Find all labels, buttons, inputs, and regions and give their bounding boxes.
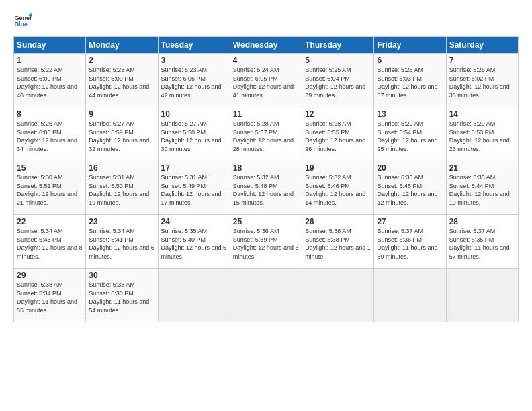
table-row: 26Sunrise: 5:36 AMSunset: 5:38 PMDayligh… (302, 215, 374, 269)
day-info: Sunrise: 5:23 AMSunset: 6:09 PMDaylight:… (89, 66, 154, 99)
day-number: 14 (449, 109, 515, 119)
day-info: Sunrise: 5:22 AMSunset: 6:09 PMDaylight:… (17, 66, 83, 99)
table-row: 6Sunrise: 5:25 AMSunset: 6:03 PMDaylight… (374, 54, 446, 107)
table-row: 22Sunrise: 5:34 AMSunset: 5:43 PMDayligh… (14, 215, 86, 269)
table-row (374, 269, 446, 322)
table-row: 15Sunrise: 5:30 AMSunset: 5:51 PMDayligh… (14, 161, 86, 215)
table-row: 30Sunrise: 5:38 AMSunset: 5:33 PMDayligh… (86, 269, 158, 322)
table-row: 7Sunrise: 5:26 AMSunset: 6:02 PMDaylight… (446, 54, 518, 107)
day-number: 29 (17, 271, 83, 280)
day-info: Sunrise: 5:37 AMSunset: 5:35 PMDaylight:… (449, 227, 515, 261)
day-info: Sunrise: 5:31 AMSunset: 5:49 PMDaylight:… (161, 173, 227, 207)
day-info: Sunrise: 5:27 AMSunset: 5:59 PMDaylight:… (89, 120, 154, 153)
day-info: Sunrise: 5:33 AMSunset: 5:44 PMDaylight:… (449, 173, 515, 207)
day-info: Sunrise: 5:28 AMSunset: 5:57 PMDaylight:… (233, 120, 299, 153)
day-info: Sunrise: 5:31 AMSunset: 5:50 PMDaylight:… (89, 173, 154, 207)
day-number: 25 (233, 217, 299, 226)
day-number: 30 (89, 271, 154, 280)
calendar: SundayMondayTuesdayWednesdayThursdayFrid… (13, 36, 519, 322)
day-number: 10 (161, 109, 227, 119)
day-number: 11 (233, 109, 299, 119)
day-info: Sunrise: 5:36 AMSunset: 5:39 PMDaylight:… (233, 227, 299, 261)
day-info: Sunrise: 5:26 AMSunset: 6:02 PMDaylight:… (449, 66, 515, 99)
day-number: 3 (161, 56, 227, 65)
day-info: Sunrise: 5:30 AMSunset: 5:51 PMDaylight:… (17, 173, 83, 207)
day-number: 28 (449, 217, 515, 226)
day-info: Sunrise: 5:38 AMSunset: 5:34 PMDaylight:… (17, 281, 83, 314)
svg-text:Blue: Blue (14, 21, 28, 28)
day-number: 21 (449, 163, 515, 173)
weekday-header-saturday: Saturday (446, 37, 518, 54)
day-info: Sunrise: 5:34 AMSunset: 5:43 PMDaylight:… (17, 227, 83, 261)
day-info: Sunrise: 5:28 AMSunset: 5:55 PMDaylight:… (305, 120, 371, 153)
day-number: 18 (233, 163, 299, 173)
day-number: 16 (89, 163, 154, 173)
day-number: 22 (17, 217, 83, 226)
day-number: 26 (305, 217, 371, 226)
day-number: 23 (89, 217, 154, 226)
table-row: 19Sunrise: 5:32 AMSunset: 5:46 PMDayligh… (302, 161, 374, 215)
table-row: 1Sunrise: 5:22 AMSunset: 6:09 PMDaylight… (14, 54, 86, 107)
table-row: 9Sunrise: 5:27 AMSunset: 5:59 PMDaylight… (86, 107, 158, 161)
table-row: 12Sunrise: 5:28 AMSunset: 5:55 PMDayligh… (302, 107, 374, 161)
day-info: Sunrise: 5:34 AMSunset: 5:41 PMDaylight:… (89, 227, 154, 261)
day-info: Sunrise: 5:25 AMSunset: 6:03 PMDaylight:… (377, 66, 443, 99)
day-info: Sunrise: 5:25 AMSunset: 6:04 PMDaylight:… (305, 66, 371, 99)
day-number: 19 (305, 163, 371, 173)
day-info: Sunrise: 5:38 AMSunset: 5:33 PMDaylight:… (89, 281, 154, 314)
day-number: 27 (377, 217, 443, 226)
day-info: Sunrise: 5:27 AMSunset: 5:58 PMDaylight:… (161, 120, 227, 153)
day-number: 6 (377, 56, 443, 65)
day-number: 5 (305, 56, 371, 65)
day-info: Sunrise: 5:29 AMSunset: 5:53 PMDaylight:… (449, 120, 515, 153)
day-number: 7 (449, 56, 515, 65)
table-row: 25Sunrise: 5:36 AMSunset: 5:39 PMDayligh… (230, 215, 302, 269)
day-info: Sunrise: 5:24 AMSunset: 6:05 PMDaylight:… (233, 66, 299, 99)
day-number: 9 (89, 109, 154, 119)
table-row: 14Sunrise: 5:29 AMSunset: 5:53 PMDayligh… (446, 107, 518, 161)
table-row: 16Sunrise: 5:31 AMSunset: 5:50 PMDayligh… (86, 161, 158, 215)
day-number: 8 (17, 109, 83, 119)
day-info: Sunrise: 5:23 AMSunset: 6:06 PMDaylight:… (161, 66, 227, 99)
table-row: 27Sunrise: 5:37 AMSunset: 5:36 PMDayligh… (374, 215, 446, 269)
day-number: 15 (17, 163, 83, 173)
day-info: Sunrise: 5:37 AMSunset: 5:36 PMDaylight:… (377, 227, 443, 261)
weekday-header-thursday: Thursday (302, 37, 374, 54)
table-row (302, 269, 374, 322)
day-info: Sunrise: 5:32 AMSunset: 5:48 PMDaylight:… (233, 173, 299, 207)
day-number: 17 (161, 163, 227, 173)
day-number: 24 (161, 217, 227, 226)
day-info: Sunrise: 5:35 AMSunset: 5:40 PMDaylight:… (161, 227, 227, 261)
day-number: 12 (305, 109, 371, 119)
day-info: Sunrise: 5:36 AMSunset: 5:38 PMDaylight:… (305, 227, 371, 261)
day-info: Sunrise: 5:26 AMSunset: 6:00 PMDaylight:… (17, 120, 83, 153)
table-row: 21Sunrise: 5:33 AMSunset: 5:44 PMDayligh… (446, 161, 518, 215)
weekday-header-wednesday: Wednesday (230, 37, 302, 54)
table-row: 24Sunrise: 5:35 AMSunset: 5:40 PMDayligh… (158, 215, 230, 269)
table-row: 4Sunrise: 5:24 AMSunset: 6:05 PMDaylight… (230, 54, 302, 107)
weekday-header-monday: Monday (86, 37, 158, 54)
table-row: 17Sunrise: 5:31 AMSunset: 5:49 PMDayligh… (158, 161, 230, 215)
table-row (158, 269, 230, 322)
day-info: Sunrise: 5:32 AMSunset: 5:46 PMDaylight:… (305, 173, 371, 207)
weekday-header-tuesday: Tuesday (158, 37, 230, 54)
table-row (446, 269, 518, 322)
table-row: 11Sunrise: 5:28 AMSunset: 5:57 PMDayligh… (230, 107, 302, 161)
table-row (230, 269, 302, 322)
table-row: 13Sunrise: 5:29 AMSunset: 5:54 PMDayligh… (374, 107, 446, 161)
table-row: 28Sunrise: 5:37 AMSunset: 5:35 PMDayligh… (446, 215, 518, 269)
table-row: 8Sunrise: 5:26 AMSunset: 6:00 PMDaylight… (14, 107, 86, 161)
logo: General Blue (13, 11, 32, 30)
day-number: 20 (377, 163, 443, 173)
table-row: 2Sunrise: 5:23 AMSunset: 6:09 PMDaylight… (86, 54, 158, 107)
day-number: 1 (17, 56, 83, 65)
table-row: 10Sunrise: 5:27 AMSunset: 5:58 PMDayligh… (158, 107, 230, 161)
day-number: 2 (89, 56, 154, 65)
day-number: 13 (377, 109, 443, 119)
table-row: 23Sunrise: 5:34 AMSunset: 5:41 PMDayligh… (86, 215, 158, 269)
table-row: 5Sunrise: 5:25 AMSunset: 6:04 PMDaylight… (302, 54, 374, 107)
logo-icon: General Blue (13, 11, 32, 30)
day-info: Sunrise: 5:33 AMSunset: 5:45 PMDaylight:… (377, 173, 443, 207)
table-row: 29Sunrise: 5:38 AMSunset: 5:34 PMDayligh… (14, 269, 86, 322)
table-row: 3Sunrise: 5:23 AMSunset: 6:06 PMDaylight… (158, 54, 230, 107)
